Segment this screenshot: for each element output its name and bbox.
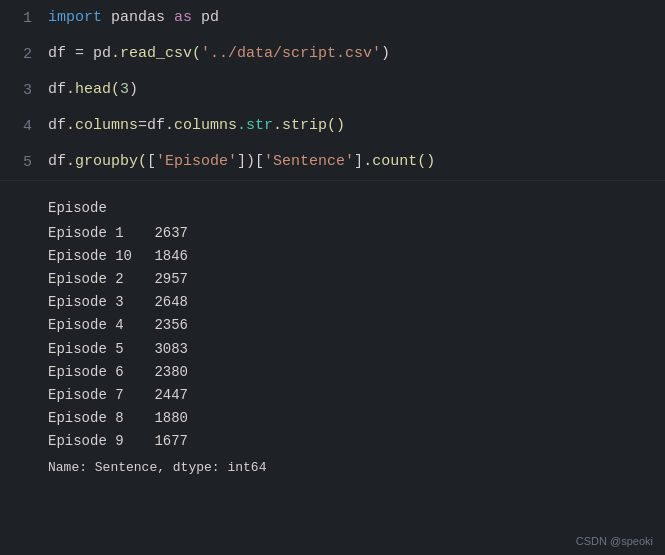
- code-content: df.columns=df.columns.str.strip(): [48, 115, 345, 138]
- output-value: 2957: [138, 268, 188, 291]
- output-label: Episode 9: [48, 430, 138, 453]
- line-number: 1: [0, 10, 48, 27]
- output-label: Episode 2: [48, 268, 138, 291]
- code-token: df: [48, 153, 66, 170]
- code-token: ): [381, 45, 390, 62]
- code-token: .columns: [66, 117, 138, 134]
- output-row: Episode 12637: [48, 222, 665, 245]
- output-row: Episode 81880: [48, 407, 665, 430]
- code-token: df: [48, 45, 66, 62]
- code-token: =: [66, 45, 93, 62]
- code-line: 4df.columns=df.columns.str.strip(): [0, 108, 665, 144]
- output-value: 2447: [138, 384, 188, 407]
- output-label: Episode 10: [48, 245, 138, 268]
- code-token: df: [48, 117, 66, 134]
- code-token: as: [174, 9, 192, 26]
- code-token: ]): [237, 153, 255, 170]
- output-value: 2648: [138, 291, 188, 314]
- output-row: Episode 91677: [48, 430, 665, 453]
- output-label: Episode 7: [48, 384, 138, 407]
- output-header: Episode: [48, 197, 665, 220]
- code-content: df.head(3): [48, 79, 138, 102]
- code-token: df: [48, 81, 66, 98]
- code-token: pd: [93, 45, 111, 62]
- code-token: ): [129, 81, 138, 98]
- code-token: 3: [120, 81, 129, 98]
- code-token: [: [147, 153, 156, 170]
- line-number: 4: [0, 118, 48, 135]
- code-token: .str: [237, 117, 273, 134]
- output-value: 1677: [138, 430, 188, 453]
- code-token: .strip(): [273, 117, 345, 134]
- output-row: Episode 42356: [48, 314, 665, 337]
- code-token: 'Episode': [156, 153, 237, 170]
- code-token: import: [48, 9, 102, 26]
- output-row: Episode 22957: [48, 268, 665, 291]
- output-value: 1880: [138, 407, 188, 430]
- code-content: import pandas as pd: [48, 7, 219, 30]
- output-value: 2637: [138, 222, 188, 245]
- output-label: Episode 6: [48, 361, 138, 384]
- code-token: .columns: [165, 117, 237, 134]
- code-line: 2df = pd.read_csv('../data/script.csv'): [0, 36, 665, 72]
- output-label: Episode 3: [48, 291, 138, 314]
- code-token: df: [147, 117, 165, 134]
- output-value: 3083: [138, 338, 188, 361]
- output-value: 2356: [138, 314, 188, 337]
- output-footer: Name: Sentence, dtype: int64: [48, 457, 665, 478]
- output-row: Episode 72447: [48, 384, 665, 407]
- code-token: ]: [354, 153, 363, 170]
- code-token: .groupby(: [66, 153, 147, 170]
- output-row: Episode 32648: [48, 291, 665, 314]
- code-token: 'Sentence': [264, 153, 354, 170]
- code-content: df = pd.read_csv('../data/script.csv'): [48, 43, 390, 66]
- output-row: Episode 62380: [48, 361, 665, 384]
- output-label: Episode 4: [48, 314, 138, 337]
- line-number: 2: [0, 46, 48, 63]
- output-value: 2380: [138, 361, 188, 384]
- code-block: 1import pandas as pd2df = pd.read_csv('.…: [0, 0, 665, 181]
- code-token: .count(): [363, 153, 435, 170]
- watermark: CSDN @speoki: [576, 535, 653, 547]
- code-token: .head(: [66, 81, 120, 98]
- output-label: Episode 1: [48, 222, 138, 245]
- output-label: Episode 5: [48, 338, 138, 361]
- code-token: pd: [192, 9, 219, 26]
- output-value: 1846: [138, 245, 188, 268]
- code-token: [: [255, 153, 264, 170]
- output-row: Episode 101846: [48, 245, 665, 268]
- code-content: df.groupby(['Episode'])['Sentence'].coun…: [48, 151, 435, 174]
- line-number: 5: [0, 154, 48, 171]
- code-token: .read_csv(: [111, 45, 201, 62]
- code-line: 5df.groupby(['Episode'])['Sentence'].cou…: [0, 144, 665, 180]
- code-token: =: [138, 117, 147, 134]
- code-line: 3df.head(3): [0, 72, 665, 108]
- line-number: 3: [0, 82, 48, 99]
- output-row: Episode 53083: [48, 338, 665, 361]
- output-label: Episode 8: [48, 407, 138, 430]
- code-token: '../data/script.csv': [201, 45, 381, 62]
- code-token: pandas: [102, 9, 174, 26]
- output-block: EpisodeEpisode 12637Episode 101846Episod…: [0, 181, 665, 486]
- code-line: 1import pandas as pd: [0, 0, 665, 36]
